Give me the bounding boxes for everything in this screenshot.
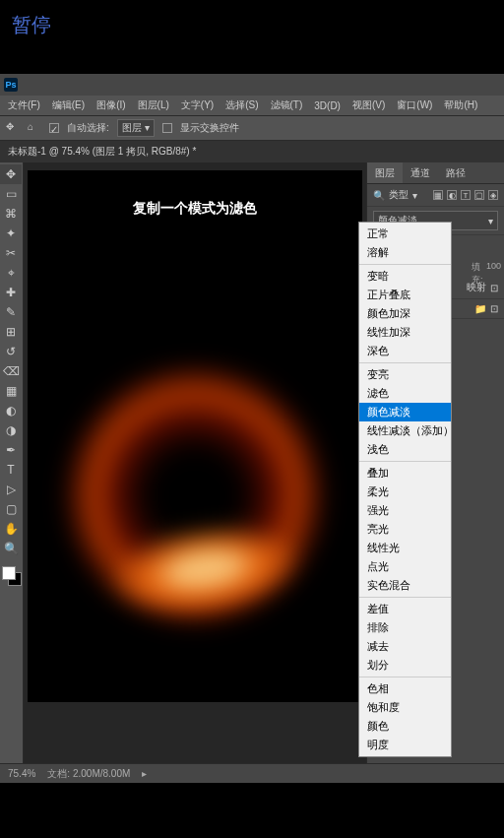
- mapping-label: 映射: [467, 281, 486, 294]
- crop-tool[interactable]: ✂: [0, 243, 22, 263]
- statusbar: 75.4% 文档: 2.00M/8.00M ▸: [0, 763, 504, 783]
- blend-saturation[interactable]: 饱和度: [359, 698, 451, 717]
- blend-dissolve[interactable]: 溶解: [359, 243, 451, 262]
- show-transform-checkbox[interactable]: [162, 123, 172, 133]
- stamp-tool[interactable]: ⊞: [0, 322, 22, 342]
- zoom-level[interactable]: 75.4%: [8, 768, 35, 779]
- history-brush-tool[interactable]: ↺: [0, 342, 22, 361]
- eyedropper-tool[interactable]: ⌖: [0, 263, 22, 283]
- fill-value[interactable]: 100: [486, 261, 498, 273]
- blur-tool[interactable]: ◐: [0, 401, 22, 420]
- canvas-area: 复制一个模式为滤色: [24, 162, 366, 763]
- chevron-down-icon[interactable]: ▾: [412, 190, 417, 201]
- blend-divide[interactable]: 划分: [359, 656, 451, 675]
- tab-channels[interactable]: 通道: [403, 162, 438, 183]
- canvas[interactable]: 复制一个模式为滤色: [28, 170, 362, 702]
- filter-smart-icon[interactable]: ◈: [488, 190, 498, 200]
- move-tool-icon[interactable]: ✥: [6, 121, 20, 135]
- statusbar-chevron-icon[interactable]: ▸: [142, 768, 147, 779]
- blend-pinlight[interactable]: 点光: [359, 557, 451, 576]
- ps-logo-icon: Ps: [4, 78, 18, 92]
- toolbar: ✥ ▭ ⌘ ✦ ✂ ⌖ ✚ ✎ ⊞ ↺ ⌫ ▦ ◐ ◑ ✒ T ▷ ▢ ✋ 🔍: [0, 162, 24, 763]
- filter-shape-icon[interactable]: ▢: [474, 190, 484, 200]
- doc-size: 文档: 2.00M/8.00M: [47, 767, 130, 781]
- blend-lightercolor[interactable]: 浅色: [359, 440, 451, 459]
- blend-colorburn[interactable]: 颜色加深: [359, 304, 451, 323]
- menu-help[interactable]: 帮助(H): [444, 98, 477, 112]
- mapping-toggle[interactable]: ⊡: [490, 283, 498, 293]
- filter-adjust-icon[interactable]: ◐: [447, 190, 457, 200]
- menu-filter[interactable]: 滤镜(T): [271, 98, 303, 112]
- document-tab[interactable]: 未标题-1 @ 75.4% (图层 1 拷贝, RGB/8#) *: [8, 145, 196, 159]
- menu-window[interactable]: 窗口(W): [397, 98, 432, 112]
- link-icon[interactable]: ⊡: [490, 303, 498, 314]
- blend-screen[interactable]: 滤色: [359, 384, 451, 403]
- blend-colordodge[interactable]: 颜色减淡: [359, 403, 451, 421]
- dodge-tool[interactable]: ◑: [0, 420, 22, 440]
- photoshop-window: Ps 文件(F) 编辑(E) 图像(I) 图层(L) 文字(Y) 选择(S) 滤…: [0, 74, 504, 783]
- blend-overlay[interactable]: 叠加: [359, 464, 451, 483]
- filter-type-label: 类型: [389, 188, 409, 202]
- blend-luminosity[interactable]: 明度: [359, 736, 451, 754]
- canvas-image: [67, 367, 323, 623]
- panel-tabs: 图层 通道 路径: [367, 162, 504, 184]
- blend-hardlight[interactable]: 强光: [359, 501, 451, 520]
- type-tool[interactable]: T: [0, 460, 22, 480]
- wand-tool[interactable]: ✦: [0, 224, 22, 243]
- zoom-tool[interactable]: 🔍: [0, 539, 22, 558]
- blend-color[interactable]: 颜色: [359, 717, 451, 736]
- move-tool[interactable]: ✥: [0, 164, 22, 184]
- menu-edit[interactable]: 编辑(E): [52, 98, 85, 112]
- blend-hue[interactable]: 色相: [359, 679, 451, 698]
- hand-tool[interactable]: ✋: [0, 519, 22, 539]
- filter-type-icon[interactable]: T: [461, 190, 471, 200]
- menu-3d[interactable]: 3D(D): [314, 100, 341, 111]
- blend-exclusion[interactable]: 排除: [359, 618, 451, 637]
- search-icon[interactable]: 🔍: [373, 190, 385, 201]
- marquee-tool[interactable]: ▭: [0, 184, 22, 204]
- blend-normal[interactable]: 正常: [359, 225, 451, 243]
- color-swatches[interactable]: [0, 566, 22, 588]
- blend-vividlight[interactable]: 亮光: [359, 520, 451, 539]
- blend-lighten[interactable]: 变亮: [359, 365, 451, 384]
- heal-tool[interactable]: ✚: [0, 283, 22, 302]
- menu-layer[interactable]: 图层(L): [138, 98, 169, 112]
- blend-softlight[interactable]: 柔光: [359, 483, 451, 501]
- show-transform-label: 显示交换控件: [180, 121, 239, 135]
- menu-view[interactable]: 视图(V): [352, 98, 385, 112]
- eraser-tool[interactable]: ⌫: [0, 361, 22, 381]
- menu-image[interactable]: 图像(I): [96, 98, 125, 112]
- folder-icon[interactable]: 📁: [474, 303, 486, 314]
- pause-label[interactable]: 暂停: [12, 12, 51, 38]
- path-tool[interactable]: ▷: [0, 480, 22, 499]
- brush-tool[interactable]: ✎: [0, 302, 22, 322]
- tab-layers[interactable]: 图层: [367, 162, 403, 183]
- auto-select-dropdown[interactable]: 图层 ▾: [117, 119, 155, 137]
- home-icon[interactable]: ⌂: [28, 121, 41, 135]
- tab-paths[interactable]: 路径: [438, 162, 473, 183]
- blend-lineardodge[interactable]: 线性减淡（添加）: [359, 421, 451, 440]
- filter-pixel-icon[interactable]: ▦: [433, 190, 443, 200]
- blend-subtract[interactable]: 减去: [359, 637, 451, 656]
- chevron-down-icon: ▾: [488, 216, 493, 226]
- document-tab-bar: 未标题-1 @ 75.4% (图层 1 拷贝, RGB/8#) *: [0, 141, 504, 162]
- canvas-overlay-text: 复制一个模式为滤色: [133, 200, 257, 218]
- blend-difference[interactable]: 差值: [359, 600, 451, 618]
- blend-darkercolor[interactable]: 深色: [359, 342, 451, 360]
- foreground-color[interactable]: [2, 566, 16, 580]
- menu-type[interactable]: 文字(Y): [181, 98, 214, 112]
- menu-select[interactable]: 选择(S): [225, 98, 258, 112]
- gradient-tool[interactable]: ▦: [0, 381, 22, 401]
- blend-linearlight[interactable]: 线性光: [359, 539, 451, 557]
- pen-tool[interactable]: ✒: [0, 440, 22, 460]
- shape-tool[interactable]: ▢: [0, 499, 22, 519]
- blend-darken[interactable]: 变暗: [359, 267, 451, 286]
- lasso-tool[interactable]: ⌘: [0, 204, 22, 224]
- fill-label: 填充:: [472, 261, 483, 273]
- menu-file[interactable]: 文件(F): [8, 98, 40, 112]
- blend-multiply[interactable]: 正片叠底: [359, 286, 451, 304]
- blend-hardmix[interactable]: 实色混合: [359, 576, 451, 595]
- blend-mode-menu: 正常 溶解 变暗 正片叠底 颜色加深 线性加深 深色 变亮 滤色 颜色减淡 线性…: [358, 222, 452, 757]
- blend-linearburn[interactable]: 线性加深: [359, 323, 451, 342]
- auto-select-checkbox[interactable]: ✓: [49, 123, 59, 133]
